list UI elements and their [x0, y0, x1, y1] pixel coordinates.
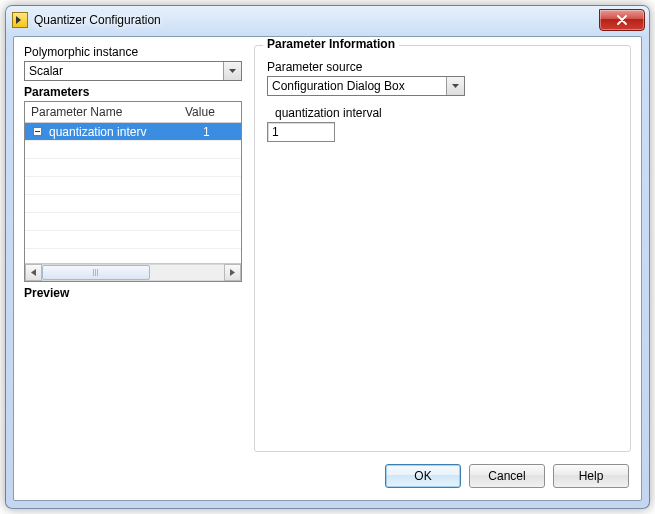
parameters-label: Parameters	[24, 85, 242, 99]
triangle-right-icon	[230, 269, 235, 276]
table-row[interactable]	[25, 177, 241, 195]
parameter-source-value: Configuration Dialog Box	[268, 79, 446, 93]
parameter-information-group: Parameter Information Parameter source C…	[254, 45, 631, 452]
scroll-right-button[interactable]	[224, 264, 241, 281]
cell-parameter-name: quantization interv	[49, 125, 199, 139]
table-row[interactable]	[25, 213, 241, 231]
right-column: Parameter Information Parameter source C…	[254, 45, 631, 456]
cancel-button[interactable]: Cancel	[469, 464, 545, 488]
scrollbar-track[interactable]	[42, 264, 224, 281]
parameters-grid: Parameter Name Value quantization interv…	[24, 101, 242, 282]
ok-button[interactable]: OK	[385, 464, 461, 488]
tree-collapse-icon[interactable]	[25, 127, 49, 136]
grid-header: Parameter Name Value	[25, 102, 241, 123]
dialog-window: Quantizer Configuration Polymorphic inst…	[5, 5, 650, 509]
scrollbar-thumb[interactable]	[42, 265, 150, 280]
triangle-left-icon	[31, 269, 36, 276]
grid-body[interactable]: quantization interv 1	[25, 123, 241, 263]
cell-value: 1	[199, 125, 241, 139]
table-row[interactable]	[25, 159, 241, 177]
chevron-down-icon	[452, 84, 459, 88]
quantization-interval-label: quantization interval	[275, 106, 618, 120]
parameter-information-legend: Parameter Information	[263, 37, 399, 51]
chevron-down-icon	[229, 69, 236, 73]
table-row[interactable]	[25, 249, 241, 263]
quantization-interval-input[interactable]: 1	[267, 122, 335, 142]
scroll-left-button[interactable]	[25, 264, 42, 281]
content: Polymorphic instance Scalar Parameters P…	[14, 37, 641, 456]
polymorphic-instance-dropdown-button[interactable]	[223, 62, 241, 80]
help-button[interactable]: Help	[553, 464, 629, 488]
window-title: Quantizer Configuration	[34, 13, 599, 27]
polymorphic-instance-value: Scalar	[25, 64, 223, 78]
preview-label: Preview	[24, 286, 242, 300]
table-row[interactable]	[25, 231, 241, 249]
table-row[interactable]	[25, 141, 241, 159]
parameter-source-dropdown-button[interactable]	[446, 77, 464, 95]
close-button[interactable]	[599, 9, 645, 31]
polymorphic-instance-combo[interactable]: Scalar	[24, 61, 242, 81]
table-row[interactable]	[25, 195, 241, 213]
parameter-source-combo[interactable]: Configuration Dialog Box	[267, 76, 465, 96]
horizontal-scrollbar[interactable]	[25, 263, 241, 281]
client-area: Polymorphic instance Scalar Parameters P…	[13, 36, 642, 501]
titlebar[interactable]: Quantizer Configuration	[6, 6, 649, 34]
quantization-interval-value: 1	[272, 125, 279, 139]
parameter-source-label: Parameter source	[267, 60, 618, 74]
left-column: Polymorphic instance Scalar Parameters P…	[24, 45, 242, 456]
dialog-buttons: OK Cancel Help	[14, 456, 641, 500]
polymorphic-instance-label: Polymorphic instance	[24, 45, 242, 59]
col-parameter-name[interactable]: Parameter Name	[25, 102, 179, 122]
table-row[interactable]: quantization interv 1	[25, 123, 241, 141]
app-icon	[12, 12, 28, 28]
col-value[interactable]: Value	[179, 102, 241, 122]
close-icon	[617, 15, 627, 25]
